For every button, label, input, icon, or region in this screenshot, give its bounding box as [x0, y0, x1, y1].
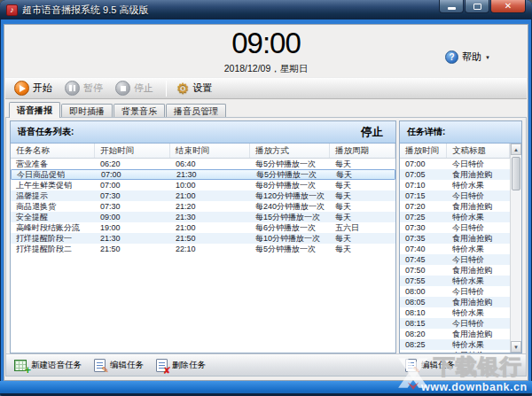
close-icon: ✕ — [505, 2, 512, 11]
scroll-thumb[interactable] — [512, 157, 520, 190]
delete-task-icon: ✘ — [156, 359, 168, 372]
task-row[interactable]: 上午生鲜类促销07:0010:00每8分钟播放一次每天 — [11, 180, 395, 190]
cell: 08:10 — [400, 308, 447, 317]
cell: 07:30 — [95, 202, 170, 211]
edit-detail-button[interactable]: ✎ 编辑任务 — [405, 354, 455, 376]
scroll-up-icon[interactable]: ▲ — [511, 144, 521, 155]
column-header[interactable]: 文稿标题 — [447, 144, 510, 158]
detail-row[interactable]: 08:15今日特价 — [400, 318, 510, 329]
detail-row[interactable]: 07:00今日特价 — [400, 159, 510, 169]
cell: 21:50 — [170, 234, 250, 243]
detail-row[interactable]: 07:10特价水果 — [400, 180, 510, 190]
detail-row[interactable]: 07:25特价水果 — [400, 212, 510, 222]
detail-row[interactable]: 07:35食用油抢购 — [400, 233, 510, 244]
cell: 07:35 — [400, 234, 447, 243]
gear-icon: ⚙ — [176, 82, 189, 96]
task-table-header: 任务名称 开始时间 结束时间 播放方式 播放周期 — [11, 144, 395, 159]
stop-icon — [115, 81, 130, 96]
tab-item[interactable]: 语音播报 — [9, 102, 60, 118]
cell: 08:20 — [400, 330, 447, 338]
edit-task-icon: ✎ — [94, 359, 106, 372]
task-row[interactable]: 高峰时段结账分流19:0021:00每6分钟播放一次五六日 — [11, 222, 395, 233]
column-header[interactable]: 播放时间 — [400, 144, 447, 158]
cell: 07:30 — [400, 223, 447, 232]
start-button[interactable]: 开始 — [11, 79, 59, 97]
pause-label: 暂停 — [83, 82, 103, 95]
cell: 07:20 — [400, 202, 447, 211]
minimize-button[interactable] — [439, 0, 464, 13]
edit-detail-icon: ✎ — [405, 359, 417, 372]
cell: 21:20 — [170, 202, 250, 211]
stop-button[interactable]: 停止 — [112, 79, 160, 97]
toolbar-separator — [166, 81, 167, 97]
detail-row[interactable]: 08:25特价水果 — [400, 339, 510, 350]
cell: 07:10 — [400, 181, 447, 190]
task-row[interactable]: 温馨提示07:3021:00每120分钟播放一次每天 — [11, 190, 395, 201]
maximize-button[interactable] — [465, 0, 489, 13]
delete-task-button[interactable]: ✘ 删除任务 — [156, 359, 206, 372]
cell: 21:50 — [95, 245, 170, 253]
cell: 07:25 — [400, 213, 447, 221]
plus-icon: + — [24, 366, 31, 375]
help-button[interactable]: ? 帮助 ▼ — [445, 50, 490, 64]
detail-row[interactable]: 08:30今日特价 — [400, 350, 510, 353]
column-header[interactable]: 结束时间 — [170, 144, 250, 158]
task-row[interactable]: 打烊提醒阶段一21:3021:50每10分钟播放一次每天 — [11, 233, 395, 244]
cell: 21:30 — [95, 234, 170, 243]
pause-button[interactable]: 暂停 — [61, 79, 109, 97]
detail-row[interactable]: 07:20食用油抢购 — [400, 201, 510, 212]
task-detail-panel: 任务详情: 播放时间 文稿标题 07:00今日特价07:05食用油抢购07:10… — [399, 120, 522, 353]
detail-scrollbar[interactable]: ▲ ▼ — [510, 144, 521, 353]
cell: 07:45 — [400, 255, 447, 264]
detail-table-header: 播放时间 文稿标题 — [400, 144, 510, 159]
detail-row[interactable]: 07:05食用油抢购 — [400, 169, 510, 180]
detail-row[interactable]: 07:30今日特价 — [400, 222, 510, 233]
column-header[interactable]: 播放周期 — [330, 144, 395, 158]
detail-row[interactable]: 07:45今日特价 — [400, 254, 510, 265]
task-row[interactable]: 安全提醒09:0021:30每15分钟播放一次每天 — [11, 212, 395, 222]
detail-row[interactable]: 08:10特价水果 — [400, 307, 510, 318]
column-header[interactable]: 播放方式 — [250, 144, 330, 158]
task-row[interactable]: 今日商品促销07:0021:30每5分钟播放一次每天 — [11, 169, 395, 180]
detail-row[interactable]: 07:40特价水果 — [400, 244, 510, 254]
minimize-icon — [448, 7, 456, 10]
detail-row[interactable]: 07:55特价水果 — [400, 276, 510, 286]
column-header[interactable]: 开始时间 — [95, 144, 170, 158]
column-header[interactable]: 任务名称 — [11, 144, 95, 158]
tab-item[interactable]: 播音员管理 — [166, 104, 226, 118]
task-row[interactable]: 营业准备06:2006:40每5分钟播放一次每天 — [11, 159, 395, 169]
cell: 打烊提醒阶段二 — [11, 244, 95, 255]
task-row[interactable]: 打烊提醒阶段二21:5022:10每5分钟播放一次每天 — [11, 244, 395, 254]
detail-row[interactable]: 08:20食用油抢购 — [400, 329, 510, 339]
detail-table: 播放时间 文稿标题 07:00今日特价07:05食用油抢购07:10特价水果07… — [400, 144, 510, 353]
window-controls: ✕ — [438, 0, 526, 13]
cell: 19:00 — [95, 223, 170, 232]
cell: 21:00 — [170, 223, 250, 232]
cell: 21:00 — [170, 191, 250, 200]
date-display: 2018/12/09，星期日 — [4, 63, 528, 75]
settings-button[interactable]: ⚙ 设置 — [173, 80, 218, 97]
bottom-button-bar: + 新建语音任务 ✎ 编辑任务 ✘ 删除任务 ✎ 编辑任务 — [6, 353, 526, 376]
new-task-button[interactable]: + 新建语音任务 — [14, 360, 82, 371]
main-toolbar: 开始 暂停 停止 ⚙ 设置 — [5, 77, 527, 99]
edit-task-button[interactable]: ✎ 编辑任务 — [94, 359, 144, 372]
close-button[interactable]: ✕ — [490, 0, 526, 13]
detail-row[interactable]: 08:05食用油抢购 — [400, 297, 510, 307]
playback-status: 停止 — [361, 125, 383, 140]
tab-item[interactable]: 即时插播 — [61, 104, 113, 118]
cell: 21:30 — [171, 170, 251, 179]
cell: 07:15 — [400, 191, 447, 200]
cell: 07:00 — [95, 181, 170, 190]
pencil-icon: ✎ — [413, 366, 420, 375]
cell: 09:00 — [95, 213, 170, 221]
detail-row[interactable]: 07:50食用油抢购 — [400, 265, 510, 276]
detail-row[interactable]: 07:15今日特价 — [400, 190, 510, 201]
cell: 07:40 — [400, 245, 447, 253]
cell: 07:00 — [96, 170, 171, 179]
new-task-icon: + — [14, 360, 27, 371]
task-row[interactable]: 商品退换货07:3021:20每240分钟播放一次每天 — [11, 201, 395, 212]
scroll-down-icon[interactable]: ▼ — [511, 341, 521, 353]
cell: 10:00 — [170, 181, 250, 190]
tab-item[interactable]: 背景音乐 — [113, 104, 165, 118]
detail-row[interactable]: 08:00今日特价 — [400, 286, 510, 297]
